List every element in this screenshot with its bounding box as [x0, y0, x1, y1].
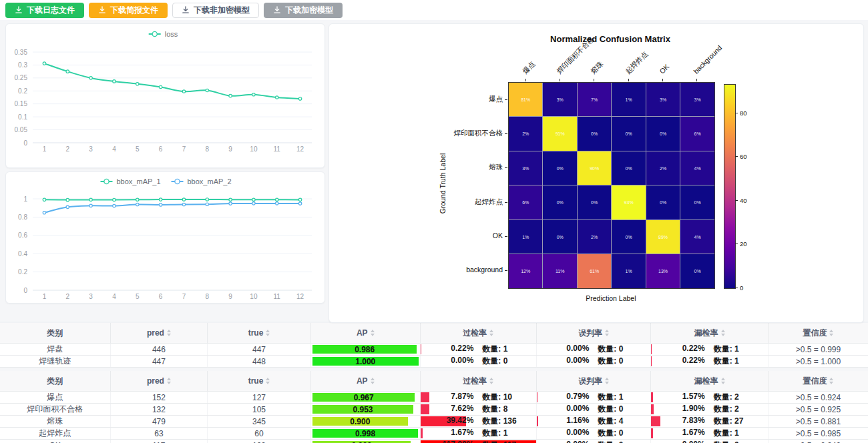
svg-text:0: 0 [23, 287, 27, 294]
download-button-1[interactable]: 下载日志文件 [5, 3, 84, 18]
table-row: 熔珠4793450.90039.42%数量: 1361.16%数量: 47.83… [0, 416, 868, 428]
heatmap-cell: 1% [612, 254, 645, 288]
misjudge-count: 数量: 0 [589, 356, 651, 367]
cell-missdetect: 1.57%数量: 2 [651, 392, 769, 404]
svg-text:8: 8 [205, 293, 209, 300]
heatmap-cell: 2% [509, 117, 542, 150]
sort-asc-caret [371, 330, 375, 332]
map-chart-card: 00.20.40.60.81123456789101112bbox_mAP_1b… [5, 171, 325, 304]
heatmap-cell: 3% [646, 83, 680, 116]
sort-icon[interactable] [489, 330, 493, 336]
misjudge-count: 数量: 0 [589, 404, 651, 415]
missdetect-percent: 7.83% [651, 416, 704, 427]
toolbar: 下载日志文件下载简报文件下载非加密模型下载加密模型 [0, 0, 868, 20]
misjudge-percent: 1.16% [537, 416, 589, 427]
heatmap-col-label: 爆点 [520, 59, 537, 76]
cell-true: 105 [208, 404, 311, 416]
sort-desc-caret [605, 382, 609, 384]
column-header-2: pred [110, 323, 208, 344]
sort-asc-caret [829, 378, 833, 380]
table-row: OK1171000.929117.00%数量: 1170.00%数量: 00.0… [0, 440, 868, 443]
sort-icon[interactable] [266, 330, 270, 336]
sort-desc-caret [829, 382, 833, 384]
heatmap-cell: 0% [612, 220, 645, 254]
misjudge-percent: 0.00% [537, 344, 589, 355]
sort-desc-caret [266, 382, 270, 384]
table-row: 爆点1521270.9677.87%数量: 100.79%数量: 11.57%数… [0, 392, 868, 404]
sort-icon[interactable] [167, 378, 171, 384]
overdetect-percent: 0.00% [421, 356, 474, 367]
sort-desc-caret [371, 382, 375, 384]
sort-desc-caret [829, 334, 833, 336]
column-header-label: AP [357, 328, 368, 338]
sort-icon[interactable] [605, 378, 609, 384]
svg-text:1: 1 [43, 293, 47, 300]
column-header-label: 置信度 [803, 328, 827, 339]
heatmap-col-label: 起焊炸点 [623, 49, 650, 76]
svg-text:bbox_mAP_2: bbox_mAP_2 [188, 177, 232, 185]
column-header-label: true [248, 328, 264, 338]
download-button-4[interactable]: 下载加密模型 [264, 3, 343, 18]
heatmap-cell: 2% [646, 151, 680, 185]
misjudge-count: 数量: 1 [589, 392, 651, 403]
sort-desc-caret [721, 334, 725, 336]
sort-icon[interactable] [266, 378, 270, 384]
legend-item-bbox_mAP_1[interactable]: bbox_mAP_1 [101, 177, 161, 185]
sort-icon[interactable] [371, 330, 375, 336]
missdetect-count: 数量: 0 [705, 440, 769, 443]
svg-text:0.15: 0.15 [15, 100, 28, 107]
table-row: 起焊炸点63600.9981.67%数量: 10.00%数量: 01.67%数量… [0, 428, 868, 440]
ap-bar: 1.000 [312, 357, 419, 366]
legend-item-bbox_mAP_2[interactable]: bbox_mAP_2 [172, 177, 232, 185]
sort-icon[interactable] [721, 378, 725, 384]
sort-icon[interactable] [167, 330, 171, 336]
sort-icon[interactable] [829, 330, 833, 336]
download-button-label: 下载简报文件 [110, 5, 158, 16]
colorbar-tick-label: 60 [740, 153, 747, 160]
sort-asc-caret [605, 330, 609, 332]
misjudge-count: 数量: 0 [589, 428, 651, 439]
heatmap-cell: 0% [612, 151, 645, 185]
missdetect-count: 数量: 1 [705, 344, 769, 355]
download-button-2[interactable]: 下载简报文件 [89, 3, 168, 18]
sort-icon[interactable] [489, 378, 493, 384]
heatmap-cell: 3% [543, 83, 576, 116]
cell-confidence: >0.5 = 0.924 [768, 392, 868, 404]
map-chart: 00.20.40.60.81123456789101112bbox_mAP_1b… [6, 172, 324, 303]
column-header-label: 过检率 [463, 376, 487, 387]
cell-pred: 446 [110, 344, 208, 356]
axis-tick [594, 79, 594, 81]
cell-missdetect: 1.67%数量: 1 [651, 428, 769, 440]
svg-text:9: 9 [228, 145, 232, 153]
sort-icon[interactable] [721, 330, 725, 336]
legend-item-loss[interactable]: loss [149, 30, 178, 38]
overdetect-count: 数量: 117 [473, 440, 536, 443]
download-button-3[interactable]: 下载非加密模型 [172, 3, 259, 18]
svg-text:0.1: 0.1 [18, 113, 27, 121]
colorbar-tick-label: 20 [740, 240, 747, 248]
overdetect-count: 数量: 1 [473, 344, 536, 355]
svg-text:1: 1 [23, 195, 27, 203]
cell-overdetect: 39.42%数量: 136 [420, 416, 536, 428]
sort-desc-caret [167, 334, 171, 336]
download-button-label: 下载非加密模型 [194, 5, 250, 16]
tables-area: 类别predtrueAP过检率误判率漏检率置信度焊盘4464470.9860.2… [0, 322, 868, 443]
sort-asc-caret [489, 378, 493, 380]
column-header-8: 置信度 [768, 371, 868, 392]
cell-category: 焊缝轨迹 [0, 356, 110, 368]
cell-confidence: >0.5 = 0.985 [768, 428, 868, 440]
svg-text:0.8: 0.8 [18, 213, 27, 221]
sort-icon[interactable] [829, 378, 833, 384]
misjudge-percent: 0.00% [537, 428, 589, 439]
sort-icon[interactable] [605, 330, 609, 336]
svg-text:0.2: 0.2 [18, 87, 27, 95]
cell-missdetect: 7.83%数量: 27 [651, 416, 769, 428]
loss-chart: 00.050.10.150.20.250.30.3512345678910111… [6, 24, 324, 167]
download-icon [182, 6, 190, 14]
column-header-label: 过检率 [463, 328, 487, 339]
sort-icon[interactable] [371, 378, 375, 384]
overdetect-percent: 1.67% [421, 428, 474, 439]
axis-tick [505, 202, 507, 203]
heatmap-cell: 13% [646, 254, 680, 288]
heatmap-col-label: background [692, 43, 724, 76]
